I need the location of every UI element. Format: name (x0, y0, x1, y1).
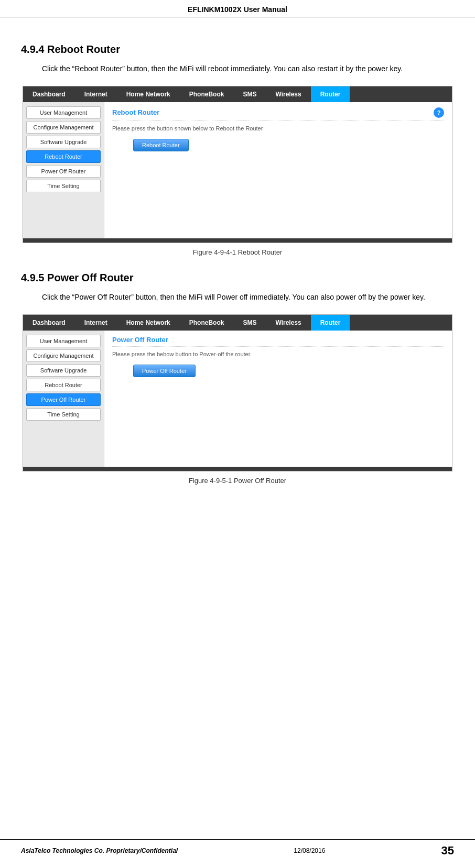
sidebar-btn-power-off-2[interactable]: Power Off Router (26, 393, 101, 406)
ui-footer-bar-1 (23, 238, 452, 243)
nav-sms-1[interactable]: SMS (233, 86, 266, 102)
footer-date: 12/08/2016 (294, 847, 325, 854)
ui-body-2: User Management Configure Management Sof… (23, 331, 452, 467)
page-content: 4.9.4 Reboot Router Click the “Reboot Ro… (0, 17, 475, 532)
nav-phonebook-1[interactable]: PhoneBook (180, 86, 234, 102)
sidebar-btn-time-setting-2[interactable]: Time Setting (26, 408, 101, 421)
sidebar-btn-power-off-1[interactable]: Power Off Router (26, 165, 101, 178)
panel-title-text-1: Reboot Router (112, 108, 159, 116)
nav-dashboard-1[interactable]: Dashboard (23, 86, 75, 102)
main-panel-2: Power Off Router Please press the bebow … (104, 331, 452, 467)
ui-body-1: User Management Configure Management Sof… (23, 102, 452, 238)
nav-router-1[interactable]: Router (311, 86, 350, 102)
footer-company: AsiaTelco Technologies Co. (21, 847, 104, 854)
action-btn-container-1: Reboot Router (112, 139, 444, 151)
nav-phonebook-2[interactable]: PhoneBook (180, 315, 234, 331)
panel-desc-2: Please press the bebow button to Power-o… (112, 351, 444, 357)
power-off-router-button[interactable]: Power Off Router (133, 365, 196, 377)
header-title: EFLINKM1002X User Manual (188, 5, 287, 14)
section1-heading: 4.9.4 Reboot Router (21, 43, 454, 56)
reboot-router-button[interactable]: Reboot Router (133, 139, 189, 151)
panel-title-text-2: Power Off Router (112, 336, 168, 344)
sidebar-btn-user-mgmt-2[interactable]: User Management (26, 335, 101, 347)
sidebar-btn-time-setting-1[interactable]: Time Setting (26, 180, 101, 192)
nav-sms-2[interactable]: SMS (233, 315, 266, 331)
sidebar-2: User Management Configure Management Sof… (23, 331, 104, 467)
figure2-caption: Figure 4-9-5-1 Power Off Router (21, 477, 454, 485)
panel-title-2: Power Off Router (112, 336, 444, 347)
ui-footer-bar-2 (23, 467, 452, 471)
sidebar-1: User Management Configure Management Sof… (23, 102, 104, 238)
nav-dashboard-2[interactable]: Dashboard (23, 315, 75, 331)
action-btn-container-2: Power Off Router (112, 365, 444, 377)
footer-label: Proprietary/Confidential (106, 847, 178, 854)
router-ui-1: Dashboard Internet Home Network PhoneBoo… (23, 86, 452, 243)
page-footer: AsiaTelco Technologies Co. Proprietary/C… (0, 839, 475, 858)
page-header: EFLINKM1002X User Manual (0, 0, 475, 17)
sidebar-btn-software-upgrade-1[interactable]: Software Upgrade (26, 136, 101, 148)
panel-title-1: Reboot Router ? (112, 107, 444, 121)
sidebar-btn-reboot-router-1[interactable]: Reboot Router (26, 150, 101, 163)
panel-desc-1: Please press the button shown below to R… (112, 125, 444, 131)
nav-bar-1: Dashboard Internet Home Network PhoneBoo… (23, 86, 452, 102)
nav-router-2[interactable]: Router (311, 315, 350, 331)
nav-internet-2[interactable]: Internet (75, 315, 117, 331)
section1-paragraph: Click the “Reboot Router” button, then t… (21, 63, 454, 75)
nav-bar-2: Dashboard Internet Home Network PhoneBoo… (23, 315, 452, 331)
figure1-caption: Figure 4-9-4-1 Reboot Router (21, 248, 454, 256)
nav-homenetwork-2[interactable]: Home Network (117, 315, 180, 331)
nav-wireless-2[interactable]: Wireless (266, 315, 310, 331)
section2-heading: 4.9.5 Power Off Router (21, 272, 454, 284)
section2-paragraph: Click the “Power Off Router” button, the… (21, 291, 454, 304)
nav-internet-1[interactable]: Internet (75, 86, 117, 102)
main-panel-1: Reboot Router ? Please press the button … (104, 102, 452, 238)
nav-homenetwork-1[interactable]: Home Network (117, 86, 180, 102)
nav-wireless-1[interactable]: Wireless (266, 86, 310, 102)
footer-page: 35 (441, 844, 454, 858)
footer-left: AsiaTelco Technologies Co. Proprietary/C… (21, 847, 178, 854)
router-ui-2: Dashboard Internet Home Network PhoneBoo… (23, 314, 452, 471)
help-btn-1[interactable]: ? (434, 107, 444, 118)
sidebar-btn-configure-mgmt-2[interactable]: Configure Management (26, 349, 101, 362)
sidebar-btn-user-mgmt-1[interactable]: User Management (26, 106, 101, 119)
sidebar-btn-software-upgrade-2[interactable]: Software Upgrade (26, 364, 101, 377)
sidebar-btn-reboot-router-2[interactable]: Reboot Router (26, 379, 101, 391)
sidebar-btn-configure-mgmt-1[interactable]: Configure Management (26, 121, 101, 134)
